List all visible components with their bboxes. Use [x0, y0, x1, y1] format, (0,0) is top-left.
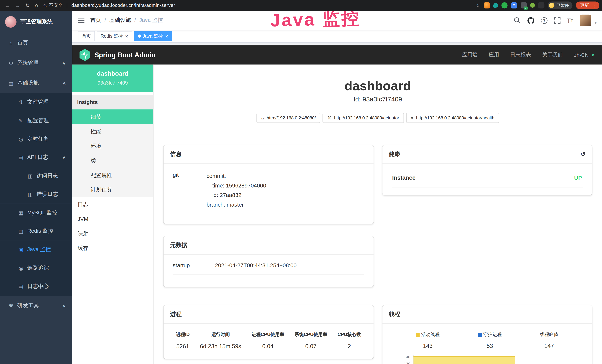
breadcrumb-home[interactable]: 首页 — [90, 17, 101, 24]
chevron-down-icon: ∨ — [591, 52, 595, 58]
home-icon[interactable]: ⌂ — [35, 3, 38, 8]
sidebar-item-label: Redis 监控 — [27, 228, 53, 235]
sidebar-item-home[interactable]: ⌂ 首页 — [0, 33, 72, 53]
monitor-icon: ▣ — [18, 247, 24, 252]
instance-header[interactable]: dashboard 93a3fc7f7409 — [72, 64, 153, 92]
home-icon: ⌂ — [8, 40, 14, 46]
gear-icon: ⚙ — [8, 60, 14, 66]
extension-icon-1[interactable] — [484, 2, 490, 8]
extension-icon-5[interactable]: on — [521, 2, 527, 8]
sba-menu-details[interactable]: 细节 — [72, 109, 153, 124]
sba-menu-environment[interactable]: 环境 — [72, 139, 153, 153]
extension-icon-4[interactable]: ⊞ — [511, 2, 517, 8]
active-dot — [138, 34, 141, 38]
breadcrumb-separator: / — [104, 17, 106, 23]
sidebar-item-dev-tools[interactable]: ⚒ 研发工具 ∨ — [0, 296, 72, 316]
threads-chart: 140 120 100 — [391, 355, 583, 364]
tags-view: 首页 Redis 监控 × Java 监控 × — [72, 30, 602, 43]
sba-menu-loggers[interactable]: 日志 — [72, 197, 153, 212]
security-status[interactable]: ⚠ 不安全 — [43, 2, 63, 9]
extension-icon-3[interactable] — [501, 2, 507, 8]
sidebar-item-access-logs[interactable]: ▥ 访问日志 — [0, 167, 72, 185]
sba-nav-wallboard[interactable]: 应用墙 — [462, 51, 478, 58]
avatar-caret-icon[interactable]: ▾ — [595, 21, 597, 26]
tab-java-monitor[interactable]: Java 监控 × — [134, 31, 172, 41]
status-badge: UP — [574, 174, 582, 181]
app-brand[interactable]: 芋道管理系统 — [0, 11, 72, 33]
git-branch-line: branch: master — [206, 200, 266, 210]
browser-menu-icon[interactable]: ⋮ — [592, 2, 597, 8]
column-value: 5261 — [176, 343, 190, 349]
user-avatar[interactable] — [580, 15, 591, 26]
sidebar-item-error-logs[interactable]: ▥ 错误日志 — [0, 185, 72, 203]
git-label: git — [173, 171, 206, 210]
search-icon[interactable] — [514, 17, 521, 24]
actuator-url-link[interactable]: ⚒ http://192.168.0.2:48080/actuator — [322, 113, 404, 123]
service-url-link[interactable]: ⌂ http://192.168.0.2:48080/ — [257, 113, 320, 123]
instance-id: 93a3fc7f7409 — [75, 80, 150, 86]
sidebar-item-mysql-monitor[interactable]: ▦ MySQL 监控 — [0, 203, 72, 222]
sidebar-item-log-center[interactable]: ▤ 日志中心 — [0, 277, 72, 296]
sba-menu-jvm[interactable]: JVM — [72, 212, 153, 226]
info-card: 信息 git commit: time: 1596289704000 id: 2 — [163, 145, 373, 224]
sidebar-item-redis-monitor[interactable]: ▧ Redis 监控 — [0, 222, 72, 240]
chevron-down-icon: ∨ — [62, 60, 66, 65]
sidebar-item-infrastructure[interactable]: ▤ 基础设施 ∧ — [0, 73, 72, 93]
history-icon[interactable]: ↺ — [580, 150, 585, 158]
tab-label: 首页 — [82, 33, 91, 39]
close-icon[interactable]: × — [165, 33, 168, 39]
sba-locale-value: zh-CN — [574, 52, 589, 58]
address-bar[interactable]: ⚠ 不安全 dashboard.yudao.iocoder.cn/infra/a… — [43, 2, 175, 9]
sidebar-item-label: MySQL 监控 — [27, 209, 57, 216]
font-size-icon[interactable]: TT — [567, 17, 573, 23]
app-logo — [5, 16, 17, 28]
extension-icon-7[interactable] — [538, 2, 544, 8]
sba-brand[interactable]: Spring Boot Admin — [80, 49, 156, 61]
bookmark-star-icon[interactable]: ☆ — [475, 2, 480, 8]
sba-menu-scheduled-tasks[interactable]: 计划任务 — [72, 182, 153, 197]
github-icon[interactable] — [527, 17, 534, 24]
process-col-uptime: 运行时间 6d 23h 15m 59s — [200, 331, 241, 349]
legend-daemon-threads: 守护进程 53 — [478, 331, 502, 349]
process-card: 进程 进程ID 5261 运行时间 — [163, 305, 373, 359]
extension-icon-2[interactable] — [493, 3, 498, 8]
sba-menu-configprops[interactable]: 配置属性 — [72, 168, 153, 182]
legend-peak-threads: 线程峰值 147 — [540, 331, 558, 349]
tab-home[interactable]: 首页 — [78, 31, 95, 41]
sba-frame: Spring Boot Admin 应用墙 应用 日志报表 关于我们 zh-CN… — [72, 45, 602, 364]
forward-icon[interactable]: → — [15, 3, 20, 8]
tab-redis-monitor[interactable]: Redis 监控 × — [97, 31, 132, 41]
sidebar-item-java-monitor[interactable]: ▣ Java 监控 — [0, 240, 72, 259]
sidebar-item-system-mgmt[interactable]: ⚙ 系统管理 ∨ — [0, 53, 72, 73]
reload-icon[interactable]: ↻ — [25, 3, 30, 8]
sba-menu-mappings[interactable]: 映射 — [72, 226, 153, 241]
sba-menu-caches[interactable]: 缓存 — [72, 241, 153, 255]
paused-badge[interactable]: 已暂停 — [548, 1, 572, 9]
breadcrumb-section[interactable]: 基础设施 — [109, 17, 131, 24]
legend-value: 143 — [416, 343, 440, 349]
extension-icon-6[interactable] — [530, 3, 535, 8]
hamburger-icon[interactable] — [72, 18, 90, 23]
close-icon[interactable]: × — [125, 33, 128, 39]
sba-nav-journal[interactable]: 日志报表 — [510, 51, 531, 58]
sidebar-item-trace[interactable]: ◉ 链路追踪 — [0, 259, 72, 277]
sba-nav-applications[interactable]: 应用 — [489, 51, 499, 58]
profile-face-icon — [549, 3, 554, 8]
sba-nav-about[interactable]: 关于我们 — [542, 51, 563, 58]
fullscreen-icon[interactable] — [554, 17, 560, 23]
sba-locale-select[interactable]: zh-CN ∨ — [574, 52, 595, 58]
back-icon[interactable]: ← — [5, 3, 10, 8]
sidebar-item-api-logs[interactable]: ▤ API 日志 ∧ — [0, 148, 72, 167]
url-text[interactable]: dashboard.yudao.iocoder.cn/infra/admin-s… — [71, 3, 175, 8]
sba-menu-classes[interactable]: 类 — [72, 153, 153, 168]
help-icon[interactable]: ? — [541, 17, 548, 23]
health-url-link[interactable]: ♥ http://192.168.0.2:48080/actuator/heal… — [406, 113, 499, 123]
sidebar-item-cron-jobs[interactable]: ◷ 定时任务 — [0, 130, 72, 148]
sba-menu-metrics[interactable]: 性能 — [72, 124, 153, 139]
update-button[interactable]: 更新 ⋮ — [576, 1, 599, 9]
sidebar-item-file-mgmt[interactable]: ⇅ 文件管理 — [0, 93, 72, 111]
process-col-pid: 进程ID 5261 — [176, 331, 190, 349]
paused-label: 已暂停 — [556, 2, 569, 8]
clock-icon: ◷ — [18, 136, 24, 142]
sidebar-item-config-mgmt[interactable]: ✎ 配置管理 — [0, 111, 72, 130]
